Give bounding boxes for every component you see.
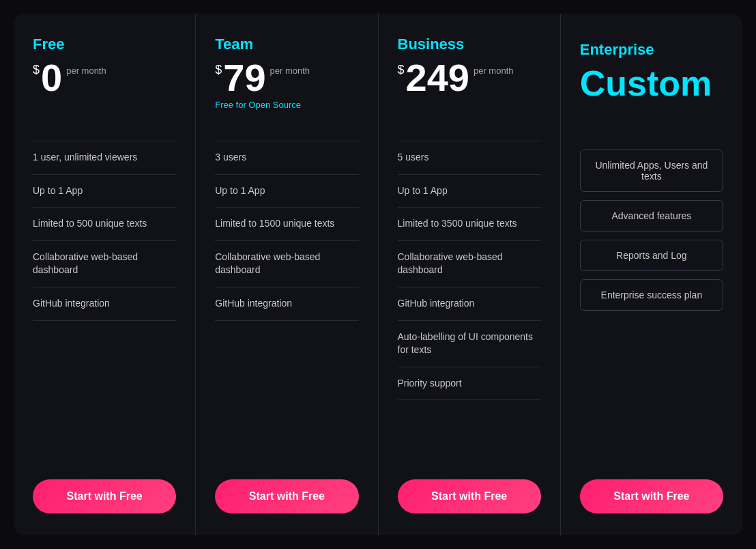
enterprise-custom-label: Custom <box>580 64 723 103</box>
enterprise-feature-4: Enterprise success plan <box>580 279 723 311</box>
team-feature-1: 3 users <box>215 141 358 175</box>
plan-business: Business $ 249 per month 5 users Up to 1… <box>379 14 561 535</box>
free-period: per month <box>66 66 106 76</box>
free-amount: 0 <box>41 59 62 97</box>
business-price-row: $ 249 per month <box>398 59 541 97</box>
enterprise-cta-button[interactable]: Start with Free <box>580 479 723 513</box>
enterprise-subtitle <box>580 109 723 122</box>
team-feature-3: Limited to 1500 unique texts <box>215 208 358 241</box>
free-plan-name: Free <box>33 36 176 53</box>
free-feature-1: 1 user, unlimited viewers <box>33 141 176 175</box>
free-features: 1 user, unlimited viewers Up to 1 App Li… <box>33 141 176 321</box>
enterprise-feature-1: Unlimited Apps, Users and texts <box>580 150 723 192</box>
business-currency: $ <box>398 63 405 77</box>
business-feature-4: Collaborative web-based dashboard <box>398 241 541 287</box>
enterprise-features: Unlimited Apps, Users and texts Advanced… <box>580 150 723 311</box>
free-feature-4: Collaborative web-based dashboard <box>33 241 176 287</box>
business-feature-5: GitHub integration <box>398 287 541 321</box>
enterprise-price-area: Enterprise Custom <box>580 36 723 139</box>
team-amount: 79 <box>223 59 265 97</box>
plan-enterprise: Enterprise Custom Unlimited Apps, Users … <box>561 14 742 535</box>
business-price-area: Business $ 249 per month <box>398 36 541 130</box>
business-feature-7: Priority support <box>398 367 541 401</box>
business-feature-1: 5 users <box>398 141 541 175</box>
business-amount: 249 <box>406 59 469 97</box>
team-feature-4: Collaborative web-based dashboard <box>215 241 358 287</box>
business-feature-6: Auto-labelling of UI components for text… <box>398 321 541 367</box>
pricing-container: Free $ 0 per month 1 user, unlimited vie… <box>14 14 742 535</box>
team-feature-2: Up to 1 App <box>215 175 358 208</box>
free-cta-button[interactable]: Start with Free <box>33 479 176 513</box>
plan-team: Team $ 79 per month Free for Open Source… <box>196 14 378 535</box>
team-plan-name: Team <box>215 36 358 53</box>
business-plan-name: Business <box>398 36 541 53</box>
business-cta-button[interactable]: Start with Free <box>398 479 541 513</box>
team-price-row: $ 79 per month <box>215 59 358 97</box>
team-period: per month <box>270 66 310 76</box>
business-feature-2: Up to 1 App <box>398 175 541 208</box>
free-feature-5: GitHub integration <box>33 287 176 321</box>
team-subtitle: Free for Open Source <box>215 100 358 113</box>
enterprise-plan-name: Enterprise <box>580 41 723 59</box>
business-subtitle <box>398 100 541 113</box>
enterprise-feature-3: Reports and Log <box>580 240 723 271</box>
free-price-row: $ 0 per month <box>33 59 176 97</box>
team-feature-5: GitHub integration <box>215 287 358 321</box>
team-features: 3 users Up to 1 App Limited to 1500 uniq… <box>215 141 358 321</box>
free-price-area: Free $ 0 per month <box>33 36 176 130</box>
free-currency: $ <box>33 63 40 77</box>
business-period: per month <box>474 66 514 76</box>
team-currency: $ <box>215 63 222 77</box>
plan-free: Free $ 0 per month 1 user, unlimited vie… <box>14 14 196 535</box>
free-subtitle <box>33 100 176 113</box>
enterprise-feature-2: Advanced features <box>580 200 723 231</box>
business-feature-3: Limited to 3500 unique texts <box>398 208 541 241</box>
free-feature-3: Limited to 500 unique texts <box>33 208 176 241</box>
free-feature-2: Up to 1 App <box>33 175 176 208</box>
team-price-area: Team $ 79 per month Free for Open Source <box>215 36 358 130</box>
team-cta-button[interactable]: Start with Free <box>215 479 358 513</box>
business-features: 5 users Up to 1 App Limited to 3500 uniq… <box>398 141 541 400</box>
